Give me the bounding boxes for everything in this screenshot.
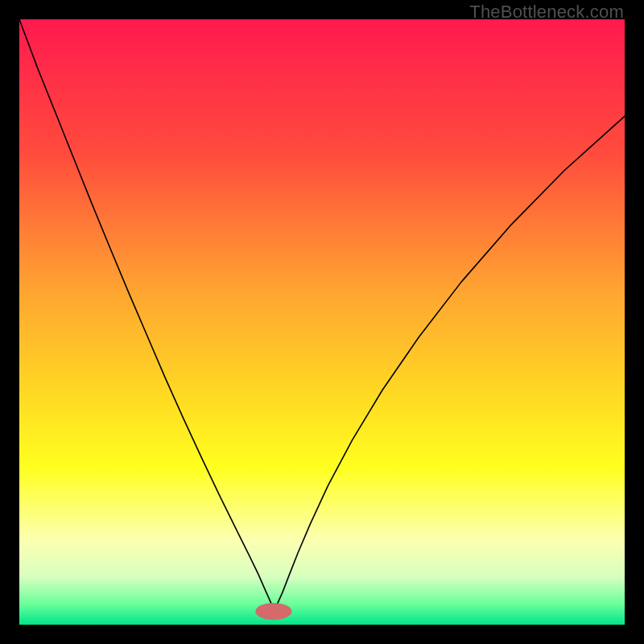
chart-frame <box>19 19 625 625</box>
chart-background <box>19 19 625 625</box>
watermark-text: TheBottleneck.com <box>469 2 624 23</box>
bottleneck-chart <box>19 19 625 625</box>
bottleneck-marker <box>255 603 291 620</box>
